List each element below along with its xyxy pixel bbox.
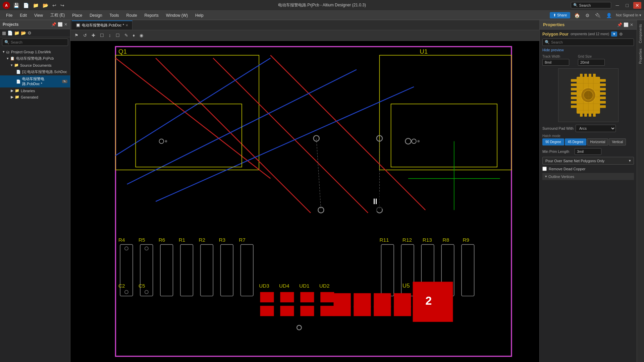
- expand-icon: ▶: [11, 88, 13, 93]
- filter-icon[interactable]: ▼: [611, 32, 617, 37]
- tab-icon: 🔲: [76, 23, 80, 27]
- svg-text:R13: R13: [423, 237, 432, 243]
- user-label[interactable]: Not Signed In ▾: [616, 13, 641, 17]
- align-tool[interactable]: ↕: [107, 32, 112, 39]
- projects-search-input[interactable]: [11, 40, 66, 44]
- settings-icon[interactable]: ⚙: [584, 12, 591, 19]
- tree-source-docs[interactable]: ▾ 📁 Source Documents: [0, 62, 70, 68]
- user-icon[interactable]: 👤: [605, 12, 613, 19]
- svg-text:C5: C5: [139, 283, 145, 289]
- redo-icon[interactable]: ↪: [59, 2, 66, 9]
- menu-view[interactable]: View: [31, 12, 46, 19]
- pcb-canvas[interactable]: Q1 U1: [70, 41, 539, 362]
- hide-preview-link[interactable]: Hide preview: [542, 48, 634, 52]
- tree-project[interactable]: ▾ 📋 电动车报警电路.PrjPcb: [0, 55, 70, 62]
- outline-vertices-section[interactable]: ▾ Outline Vertices: [542, 173, 634, 180]
- hatch-vertical-button[interactable]: Vertical: [609, 138, 626, 145]
- new-project-icon[interactable]: 📄: [7, 31, 13, 36]
- menu-tools[interactable]: Tools: [106, 12, 122, 19]
- track-width-input[interactable]: [542, 59, 569, 66]
- svg-rect-99: [580, 74, 583, 77]
- properties-header-icons: 📌 ⬜ ✕: [617, 22, 633, 27]
- close-button[interactable]: ✕: [633, 2, 641, 9]
- properties-search[interactable]: 🔍: [542, 39, 634, 46]
- home-icon[interactable]: 🏠: [573, 12, 581, 19]
- share-button[interactable]: ⬆ Share: [550, 12, 570, 18]
- canvas-toolbar: ⚑ ↺ ✚ ☐ ↕ ☐ ✎ ♦ ◉: [70, 30, 539, 41]
- min-prim-input[interactable]: [575, 148, 601, 155]
- copy-tool[interactable]: ☐: [114, 32, 121, 39]
- remove-dead-copper-checkbox[interactable]: [542, 167, 547, 171]
- hatch-horizontal-button[interactable]: Horizontal: [587, 138, 608, 145]
- side-tab-components[interactable]: Components: [638, 21, 643, 46]
- projects-search-icon: 🔍: [4, 40, 9, 45]
- pin-icon[interactable]: 📌: [51, 22, 56, 27]
- open-project-icon[interactable]: 📁: [14, 31, 19, 36]
- grid-size-input[interactable]: [578, 59, 605, 66]
- menu-file[interactable]: File: [3, 12, 16, 19]
- popout-icon[interactable]: ⬜: [58, 22, 63, 27]
- open-folder-icon[interactable]: 📁: [32, 2, 40, 9]
- maximize-button[interactable]: □: [624, 2, 631, 9]
- project-settings-icon[interactable]: ⚙: [28, 31, 32, 36]
- plugins-icon[interactable]: 🔌: [594, 12, 602, 19]
- pour-over-dropdown[interactable]: Pour Over Same Net Polygons Only ▾: [542, 157, 634, 165]
- circle-tool[interactable]: ◉: [138, 32, 145, 39]
- pcbdoc-tab[interactable]: 🔲 电动车报警电路.PcbDoc * ✕: [72, 20, 132, 29]
- open-file-icon[interactable]: 📂: [41, 2, 50, 9]
- diamond-tool[interactable]: ♦: [131, 32, 137, 39]
- menu-help[interactable]: Help: [192, 12, 207, 19]
- menu-edit[interactable]: Edit: [16, 12, 30, 19]
- panel-close-icon[interactable]: ✕: [64, 22, 67, 27]
- tab-close-icon[interactable]: ✕: [125, 23, 128, 27]
- popout-panel-icon[interactable]: ⬜: [624, 22, 629, 27]
- tree-schematic[interactable]: 📄 [1] 电动车报警电路.SchDoc: [0, 68, 70, 75]
- save-icon[interactable]: 💾: [12, 2, 20, 9]
- rect-tool[interactable]: ☐: [99, 32, 105, 39]
- side-tab-properties[interactable]: Properties: [638, 46, 643, 67]
- undo-icon[interactable]: ↩: [51, 2, 58, 9]
- track-width-group: Track Width: [542, 55, 569, 66]
- svg-text:U5: U5: [402, 283, 410, 289]
- filter-tool[interactable]: ⚑: [73, 32, 80, 39]
- menu-design[interactable]: Design: [86, 12, 105, 19]
- save-project-icon[interactable]: 📂: [21, 31, 26, 36]
- add-tool[interactable]: ✚: [90, 32, 97, 39]
- tree-pcbdoc[interactable]: 📄 电动车报警电路.PcbDoc * ✎: [0, 75, 70, 87]
- filter-settings-icon[interactable]: ⚙: [619, 32, 623, 37]
- outline-expand-icon: ▾: [545, 174, 547, 179]
- svg-rect-73: [334, 306, 351, 316]
- hatch-mode-label: Hatch mode: [542, 134, 634, 138]
- svg-text:U1: U1: [420, 48, 428, 55]
- tree-project-group[interactable]: ▾ 🗂 Project Group 1.DsnWrk: [0, 49, 70, 55]
- projects-search[interactable]: 🔍: [2, 39, 68, 46]
- svg-rect-96: [600, 105, 606, 108]
- edit-tool[interactable]: ✎: [123, 32, 129, 39]
- hatch-45-button[interactable]: 45 Degree: [565, 138, 587, 145]
- menu-reports[interactable]: Reports: [141, 12, 162, 19]
- titlebar-search[interactable]: 🔍 Search: [571, 2, 611, 8]
- surround-pad-row: Surround Pad With Arcs Octagons Squares: [542, 125, 634, 132]
- tree-libraries[interactable]: ▶ 📁 Libraries: [0, 87, 70, 94]
- app-logo: A: [3, 2, 10, 9]
- home-view-icon[interactable]: ▦: [2, 31, 6, 36]
- hatch-90-button[interactable]: 90 Degree: [542, 138, 564, 145]
- properties-search-input[interactable]: [551, 40, 632, 44]
- properties-content: Polygon Pour omponents (and 12 more) ▼ ⚙…: [540, 29, 637, 362]
- outline-vertices-label: Outline Vertices: [548, 175, 574, 179]
- svg-rect-95: [600, 101, 606, 104]
- close-panel-icon[interactable]: ✕: [630, 22, 633, 27]
- svg-rect-93: [600, 92, 606, 95]
- menu-route[interactable]: Route: [123, 12, 141, 19]
- menu-project[interactable]: 工程 (E): [47, 11, 68, 19]
- menu-window[interactable]: Window (W): [163, 12, 191, 19]
- new-doc-icon[interactable]: 📄: [22, 2, 30, 9]
- surround-pad-select[interactable]: Arcs Octagons Squares: [576, 125, 616, 132]
- pin-panel-icon[interactable]: 📌: [617, 22, 622, 27]
- tree-generated[interactable]: ▶ 📁 Generated: [0, 94, 70, 100]
- menu-place[interactable]: Place: [69, 12, 86, 19]
- svg-rect-57: [413, 282, 453, 322]
- rotate-tool[interactable]: ↺: [82, 32, 88, 39]
- pause-overlay[interactable]: ⏸: [365, 191, 385, 212]
- minimize-button[interactable]: ─: [614, 2, 621, 9]
